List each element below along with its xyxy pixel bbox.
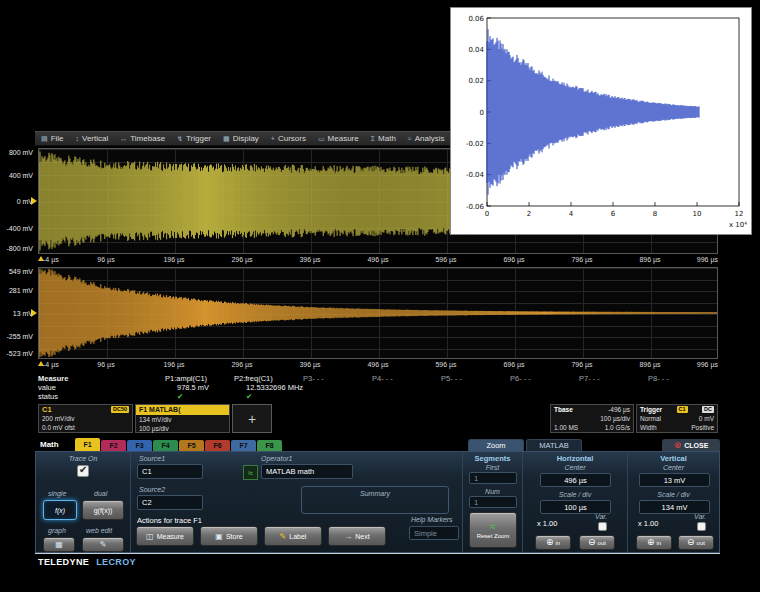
measure-name-p8[interactable]: P8- - - [648, 374, 717, 383]
measure-row-label: Measure [35, 374, 165, 383]
trigger-slope: Positive [691, 424, 714, 431]
h-zoom-in-button[interactable]: ⊕ in [535, 535, 571, 550]
time-axis-label: 496 µs [367, 256, 388, 263]
measure-row-status: status✔✔ [35, 392, 720, 401]
operator1-label: Operator1 [261, 455, 293, 462]
next-button[interactable]: → Next [328, 526, 386, 546]
fx-button[interactable]: f(x) [43, 500, 77, 520]
store-button[interactable]: ▣ Store [200, 526, 258, 546]
v-zoom-out-button[interactable]: ⊖ out [678, 535, 714, 550]
time-axis-label: 796 µs [571, 361, 592, 368]
display-icon: ▦ [223, 135, 230, 143]
measure-name-p2[interactable]: P2:freq(C1) [234, 374, 303, 383]
menu-item-label: Cursors [278, 134, 306, 143]
svg-text:0.02: 0.02 [468, 77, 484, 85]
menu-item-timebase[interactable]: ↔Timebase [114, 132, 171, 145]
close-button[interactable]: ⊗ CLOSE [662, 439, 720, 451]
y-axis-label: 800 mV [9, 149, 33, 156]
menu-item-math[interactable]: ΣMath [365, 132, 402, 145]
num-field[interactable]: 1 [469, 496, 517, 508]
v-center-field[interactable]: 13 mV [639, 473, 710, 487]
menu-item-vertical[interactable]: ↕Vertical [70, 132, 115, 145]
action-buttons: ◫ Measure ▣ Store ✎ Label → Next [136, 526, 386, 546]
measure-status-p1: ✔ [165, 392, 234, 401]
trace-tab-f8[interactable]: F8 [257, 440, 282, 451]
first-field[interactable]: 1 [469, 472, 517, 484]
v-scale-field[interactable]: 134 mV [639, 500, 710, 514]
measure-status-p6 [510, 392, 579, 401]
num-label: Num [463, 488, 522, 495]
waveform-grid-f1[interactable] [38, 267, 718, 359]
measure-status-p3 [303, 392, 372, 401]
time-axis-label: 296 µs [231, 256, 252, 263]
gfx-button[interactable]: g(f(x)) [82, 500, 124, 520]
trace-tab-f1[interactable]: F1 [75, 438, 100, 451]
time-axis-label: 596 µs [435, 361, 456, 368]
measure-name-p6[interactable]: P6- - - [510, 374, 579, 383]
h-scale-field[interactable]: 100 µs [540, 500, 611, 514]
timebase-descriptor[interactable]: Tbase -496 µs 100 µs/div 1.00 MS 1.0 GS/… [550, 404, 634, 433]
h-center-field[interactable]: 496 µs [540, 473, 611, 487]
view-tab-matlab[interactable]: MATLAB [526, 439, 582, 451]
trace-tab-f5[interactable]: F5 [179, 440, 204, 451]
y-axis-label: 281 mV [9, 287, 33, 294]
h-out-label: out [598, 540, 606, 546]
menu-item-analysis[interactable]: ≈Analysis [402, 132, 451, 145]
menu-item-file[interactable]: ▤File [35, 132, 70, 145]
graph-label: graph [48, 527, 66, 534]
measure-row-label: status [35, 392, 165, 401]
measure-name-p3[interactable]: P3- - - [303, 374, 372, 383]
first-label: First [463, 464, 522, 471]
svg-text:4: 4 [569, 210, 574, 218]
measure-value-p1: 978.5 mV [165, 383, 234, 392]
source1-label: Source1 [139, 455, 165, 462]
trace-tab-f6[interactable]: F6 [205, 440, 230, 451]
trigger-descriptor[interactable]: Trigger C1 DC Normal 0 mV Width Positive [636, 404, 718, 433]
help-markers-select[interactable]: Simple [409, 526, 459, 540]
menu-item-display[interactable]: ▦Display [217, 132, 265, 145]
menu-item-measure[interactable]: ▭Measure [312, 132, 365, 145]
v-center-label: Center [628, 464, 719, 471]
time-axis-label: 396 µs [299, 256, 320, 263]
math-icon: Σ [371, 135, 375, 142]
source2-select[interactable]: C2 [137, 495, 203, 510]
graph-button[interactable]: ▦ [43, 537, 75, 552]
c1-descriptor[interactable]: C1 DC50 200 mV/div 0.0 mV ofst [38, 404, 133, 433]
trace-tab-f4[interactable]: F4 [153, 440, 178, 451]
trace-tab-f2[interactable]: F2 [101, 440, 126, 451]
trace-on-checkbox[interactable] [77, 465, 89, 477]
add-trace-button[interactable]: + [232, 404, 272, 433]
label-label: Label [289, 533, 306, 540]
view-tab-zoom[interactable]: Zoom [468, 439, 524, 451]
segments-panel: Segments First 1 Num 1 ≈ Reset Zoom [463, 452, 523, 552]
v-zoom-in-button[interactable]: ⊕ in [636, 535, 672, 550]
view-tabs: ZoomMATLAB [468, 439, 582, 451]
measure-action-button[interactable]: ◫ Measure [136, 526, 194, 546]
trigger-title: Trigger [640, 406, 662, 413]
h-zoom-out-button[interactable]: ⊖ out [579, 535, 615, 550]
measure-name-p7[interactable]: P7- - - [579, 374, 648, 383]
c1-scale: 200 mV/div [42, 415, 75, 422]
grid2-y-axis: 549 mV281 mV13 mV-255 mV-523 mV [0, 267, 36, 359]
brand-teledyne: TELEDYNE [38, 557, 89, 567]
f1-descriptor[interactable]: F1 MATLAB( 134 mV/div 100 µs/div [135, 404, 230, 433]
operator1-select[interactable]: MATLAB math [261, 464, 353, 479]
label-button[interactable]: ✎ Label [264, 526, 322, 546]
reset-zoom-button[interactable]: ≈ Reset Zoom [469, 512, 517, 548]
h-var-checkbox[interactable] [598, 522, 607, 531]
menu-item-cursors[interactable]: +Cursors [265, 132, 312, 145]
menu-item-trigger[interactable]: ↯Trigger [171, 132, 217, 145]
measure-icon: ▭ [318, 135, 325, 143]
measure-row-value: value978.5 mV12.5332696 MHz [35, 383, 720, 392]
y-axis-label: 13 mV [13, 310, 33, 317]
web-edit-button[interactable]: ✎ [82, 537, 124, 552]
source1-select[interactable]: C1 [137, 464, 203, 479]
measure-name-p4[interactable]: P4- - - [372, 374, 441, 383]
measure-name-p1[interactable]: P1:ampl(C1) [165, 374, 234, 383]
trace-tab-f3[interactable]: F3 [127, 440, 152, 451]
close-label: CLOSE [684, 442, 708, 449]
v-var-checkbox[interactable] [697, 522, 706, 531]
trace-tab-f7[interactable]: F7 [231, 440, 256, 451]
web-edit-icon: ✎ [100, 540, 107, 549]
measure-name-p5[interactable]: P5- - - [441, 374, 510, 383]
